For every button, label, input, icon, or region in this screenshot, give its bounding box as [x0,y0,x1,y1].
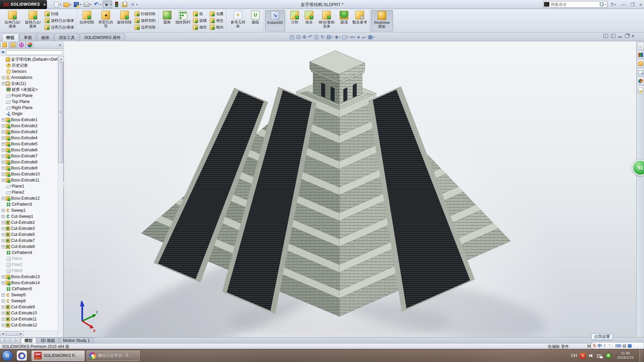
tree-item-Fillet1[interactable]: Fillet1 [0,256,58,262]
ribbon-button-combine[interactable]: 组合 [302,10,316,31]
tabs-overflow-chevron[interactable]: » [59,43,63,47]
previous-view-button[interactable]: ↶ [307,33,313,41]
zoom-to-fit-button[interactable]: ◰ [289,33,295,41]
tree-item-Right-Plane[interactable]: Right Plane [0,105,58,111]
ime-toolbox-icon[interactable] [628,344,632,348]
tree-item-Fillet3[interactable]: Fillet3 [0,268,58,274]
expand-icon[interactable]: + [2,215,5,218]
tab-渲染工具[interactable]: 渲染工具 [54,34,79,41]
tab-草图[interactable]: 草图 [19,34,36,41]
tree-item-实体-11-[interactable]: +实体(11) [0,81,58,87]
tab-scroll-prev[interactable]: ◀ [5,338,10,343]
tree-item-Cut-Extrude9[interactable]: +Cut-Extrude9 [0,304,58,310]
tree-item-Sweep1[interactable]: +Sweep1 [0,207,58,213]
expand-icon[interactable]: + [2,324,5,327]
sogou-logo-icon[interactable]: S [593,343,596,349]
expand-icon[interactable]: + [2,143,5,146]
doc-minimize-icon[interactable] [618,37,622,38]
doc-tab-Motion Study 1[interactable]: Motion Study 1 [59,338,94,343]
open-dropdown-icon[interactable]: ▾ [70,3,71,6]
tree-item-Boss-Extrude6[interactable]: +Boss-Extrude6 [0,147,58,153]
propertymanager-tab[interactable] [9,42,17,48]
ribbon-button-instant[interactable]: Instant3D [266,10,284,31]
tree-item-Boss-Extrude11[interactable]: +Boss-Extrude11 [0,177,58,183]
ribbon-button-dome[interactable]: 圆顶 [337,10,351,31]
language-indicator[interactable]: CH [571,353,577,358]
sketch-view-dropdown-icon[interactable]: ▾ [332,36,333,39]
ribbon-button-wrap[interactable]: 包覆 [209,10,224,17]
minimize-button[interactable]: — [622,2,626,7]
tree-item-Boss-Extrude13[interactable]: +Boss-Extrude13 [0,274,58,280]
taskbar-clock[interactable]: 11:46 2019/1/15 [614,351,636,360]
expand-icon[interactable]: + [2,82,5,85]
doc-close-icon[interactable]: × [632,34,635,38]
display-style-button[interactable]: ▢▾ [341,33,349,41]
tab-特征[interactable]: 特征 [2,34,19,41]
expand-icon[interactable]: + [2,233,5,236]
ribbon-button-boss[interactable]: 拉伸凸台/基体 [2,10,22,31]
scroll-up-arrow[interactable]: ▲ [58,56,64,62]
rotate-view-button[interactable]: ↻ [320,33,326,41]
print-button[interactable]: ▾ [83,1,92,8]
tree-item-Cut-Extrude8[interactable]: +Cut-Extrude8 [0,244,58,250]
search-dropdown-icon[interactable]: ▾ [605,3,606,6]
expand-icon[interactable]: + [2,149,5,152]
ribbon-button-boundary[interactable]: 边界凸台/基体 [44,24,75,31]
apply-scene-dropdown-icon[interactable]: ▾ [365,36,366,39]
tree-item-Annotations[interactable]: +Annotations [0,74,58,81]
view-orientation-dropdown-icon[interactable]: ▾ [339,36,340,39]
expand-icon[interactable]: + [2,155,5,158]
save-button[interactable]: ▾ [72,1,82,8]
view-settings-dropdown-icon[interactable]: ▾ [373,36,375,39]
tab-SOLIDWORKS 插件[interactable]: SOLIDWORKS 插件 [80,34,125,41]
tree-item-Cut-Extrude5[interactable]: +Cut-Extrude5 [0,231,58,238]
tree-item-Sweep5[interactable]: +Sweep5 [0,292,58,298]
tree-item-Cut-Extrude10[interactable]: +Cut-Extrude10 [0,310,58,316]
tree-item-Front-Plane[interactable]: Front Plane [0,93,58,99]
ime-keyboard-icon[interactable]: ⌨ [615,344,621,348]
tab-曲面[interactable]: 曲面 [37,34,54,41]
ribbon-button-realview[interactable]: RealView图形 [372,10,392,31]
tree-item-Cut-Extrude12[interactable]: +Cut-Extrude12 [0,322,58,328]
hide-show-items-dropdown-icon[interactable]: ▾ [354,36,355,39]
undo-dropdown-icon[interactable]: ▾ [100,3,101,6]
edit-appearance-button[interactable]: ◕ [356,33,360,41]
zoom-in-out-button[interactable]: ⊕ [302,33,307,41]
file-explorer-button[interactable] [637,68,644,76]
ribbon-button-refgeo[interactable]: 参考几何体 [228,10,248,31]
expand-icon[interactable]: + [2,161,5,164]
open-button[interactable]: ▾ [62,1,72,8]
ribbon-button-draft[interactable]: 拔模 [192,17,207,24]
tree-vertical-scrollbar[interactable]: ▲ [58,56,63,337]
tree-item-Cut-Extrude2[interactable]: +Cut-Extrude2 [0,219,58,225]
tree-item-Cut-Sweep1[interactable]: +Cut-Sweep1 [0,213,58,219]
ribbon-button-rib[interactable]: 筋 [192,10,207,17]
expand-icon[interactable]: + [2,118,5,121]
taskbar-button-solidworks[interactable]: S|W2015 SOLIDWORKS P... [32,351,85,361]
network-icon[interactable] [597,353,603,358]
expand-icon[interactable]: + [2,124,5,127]
expand-icon[interactable]: + [2,197,5,200]
expand-icon[interactable]: + [2,173,5,176]
help-dropdown-icon[interactable]: ▾ [614,3,616,6]
start-button[interactable]: ⊞ [2,350,13,361]
taskbar-button-browser[interactable]: 微信公众平台 - 3... [87,351,140,361]
custom-properties-button[interactable] [637,86,644,94]
expand-icon[interactable]: + [2,221,5,224]
ime-language-icon[interactable]: 中 [597,343,602,349]
featuremanager-tab[interactable] [1,42,9,48]
appearances-button[interactable] [637,77,644,85]
ribbon-button-loft[interactable]: 放样凸台/基体 [44,17,75,24]
antivirus-icon[interactable]: + [606,353,611,359]
doc-restore-icon[interactable] [625,34,629,38]
undo-button[interactable]: ▾ [93,1,102,8]
sketch-view-button[interactable]: ▤▾ [326,33,334,41]
tree-item-Top-Plane[interactable]: Top Plane [0,99,58,105]
graphics-viewport[interactable]: Z Y X [64,41,636,337]
command-search[interactable]: >_ ▾ [543,1,607,8]
pane-right-icon[interactable] [611,34,615,38]
ribbon-button-boundcut[interactable]: 边界切除 [134,24,156,31]
tree-item-CirPattern4[interactable]: CirPattern4 [0,250,58,256]
tree-item-Boss-Extrude10[interactable]: +Boss-Extrude10 [0,171,58,177]
search-icon[interactable] [599,2,604,7]
